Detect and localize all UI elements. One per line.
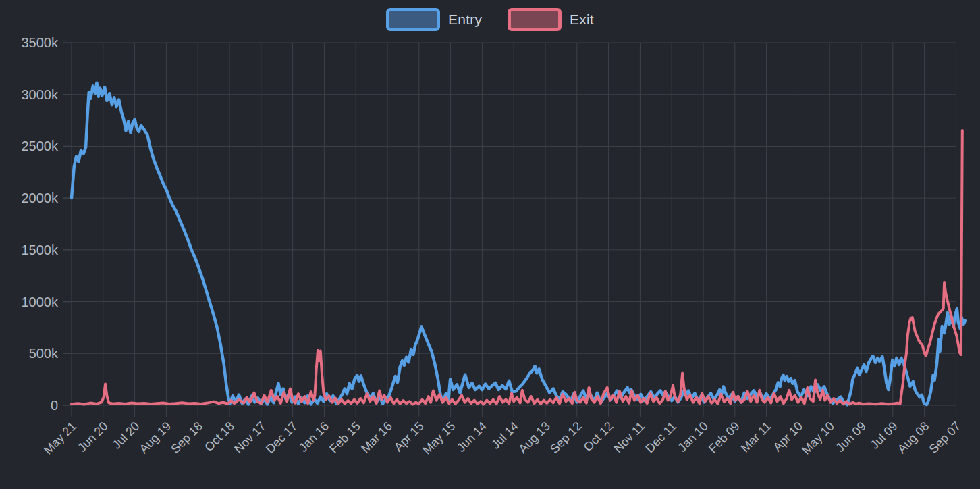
x-axis-label: Mar 11 [738, 419, 774, 455]
x-axis-label: Aug 08 [895, 419, 931, 456]
legend-swatch-exit [508, 8, 562, 31]
x-axis-label: Jan 10 [675, 419, 710, 455]
x-axis-label: Nov 11 [611, 419, 648, 456]
x-axis-label: Nov 17 [232, 419, 268, 456]
x-axis-label: Jun 09 [833, 419, 868, 455]
y-axis-label: 3000k [22, 87, 59, 102]
x-axis-label: May 21 [41, 419, 79, 457]
y-axis-label: 1000k [22, 294, 59, 309]
x-axis-label: Dec 17 [263, 419, 300, 456]
legend-swatch-entry [386, 8, 440, 31]
x-axis-label: Mar 16 [358, 419, 395, 456]
y-axis-label: 2000k [22, 190, 59, 205]
exit-line [72, 130, 962, 405]
legend-label-entry: Entry [448, 11, 482, 28]
y-axis-label: 0 [51, 398, 58, 413]
x-axis-label: Dec 11 [643, 419, 679, 456]
x-axis-label: Sep 07 [927, 419, 963, 456]
legend: Entry Exit [0, 8, 980, 31]
y-axis-label: 3500k [22, 35, 59, 50]
x-axis-label: May 10 [799, 419, 837, 457]
x-axis-label: Jun 14 [454, 419, 489, 455]
y-axis-label: 1500k [22, 242, 59, 257]
legend-item-exit[interactable]: Exit [508, 8, 594, 31]
entry-line [72, 83, 965, 405]
chart-canvas[interactable]: 0500k1000k1500k2000k2500k3000k3500kMay 2… [0, 0, 980, 489]
x-axis-label: Sep 12 [547, 419, 584, 456]
x-axis-label: Oct 12 [581, 419, 616, 455]
y-axis-label: 500k [29, 346, 59, 361]
x-axis-label: Aug 19 [137, 419, 173, 456]
y-axis-label: 2500k [22, 138, 59, 153]
x-axis-label: Jan 16 [296, 419, 331, 455]
x-axis-label: Aug 13 [516, 419, 552, 456]
x-axis-label: Feb 09 [706, 419, 742, 456]
legend-item-entry[interactable]: Entry [386, 8, 482, 31]
x-axis-label: Feb 15 [327, 419, 363, 456]
x-axis-label: Jun 20 [75, 419, 110, 455]
legend-label-exit: Exit [570, 11, 594, 28]
x-axis-label: Sep 18 [169, 419, 205, 456]
x-axis-label: Oct 18 [202, 419, 237, 455]
x-axis-label: May 15 [420, 419, 458, 457]
